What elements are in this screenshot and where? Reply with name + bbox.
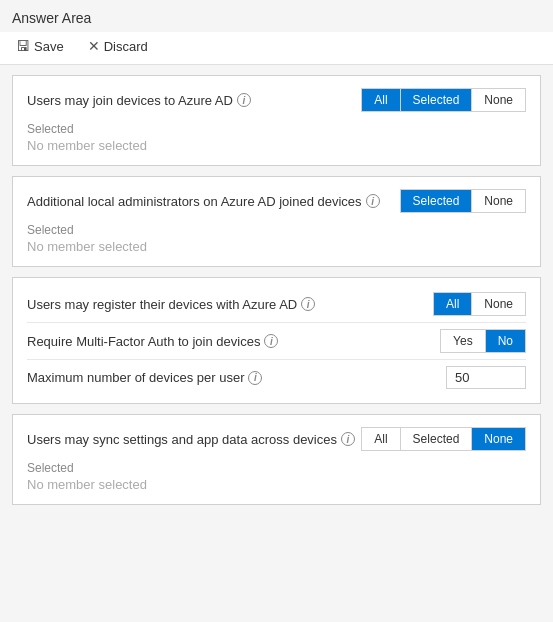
max-devices-row: Maximum number of devices per user i: [27, 359, 526, 395]
mfa-label: Require Multi-Factor Auth to join device…: [27, 334, 278, 349]
join-devices-card: Users may join devices to Azure AD i All…: [12, 75, 541, 166]
mfa-btn-group: Yes No: [440, 329, 526, 353]
sync-settings-btn-selected[interactable]: Selected: [401, 428, 473, 450]
register-devices-btn-all[interactable]: All: [434, 293, 472, 315]
join-devices-label: Users may join devices to Azure AD i: [27, 93, 251, 108]
discard-button[interactable]: ✕ Discard: [84, 36, 152, 56]
join-devices-row: Users may join devices to Azure AD i All…: [27, 88, 526, 112]
page-title: Answer Area: [0, 0, 553, 32]
local-admins-selected-label: Selected: [27, 223, 526, 237]
local-admins-info-icon: i: [366, 194, 380, 208]
sync-settings-btn-group: All Selected None: [361, 427, 526, 451]
local-admins-btn-selected[interactable]: Selected: [401, 190, 473, 212]
local-admins-label: Additional local administrators on Azure…: [27, 194, 380, 209]
join-devices-selected-section: Selected No member selected: [27, 122, 526, 153]
max-devices-label: Maximum number of devices per user i: [27, 370, 262, 385]
sync-settings-btn-none[interactable]: None: [472, 428, 525, 450]
mfa-btn-yes[interactable]: Yes: [441, 330, 486, 352]
sync-settings-info-icon: i: [341, 432, 355, 446]
local-admins-selected-section: Selected No member selected: [27, 223, 526, 254]
max-devices-info-icon: i: [248, 371, 262, 385]
discard-label: Discard: [104, 39, 148, 54]
local-admins-row: Additional local administrators on Azure…: [27, 189, 526, 213]
join-devices-btn-all[interactable]: All: [362, 89, 400, 111]
discard-icon: ✕: [88, 38, 100, 54]
max-devices-input[interactable]: [446, 366, 526, 389]
save-button[interactable]: 🖫 Save: [12, 36, 68, 56]
register-devices-btn-none[interactable]: None: [472, 293, 525, 315]
sync-settings-btn-all[interactable]: All: [362, 428, 400, 450]
register-section-card: Users may register their devices with Az…: [12, 277, 541, 404]
join-devices-btn-none[interactable]: None: [472, 89, 525, 111]
mfa-row: Require Multi-Factor Auth to join device…: [27, 322, 526, 359]
save-icon: 🖫: [16, 38, 30, 54]
mfa-info-icon: i: [264, 334, 278, 348]
sync-settings-no-member: No member selected: [27, 477, 526, 492]
local-admins-card: Additional local administrators on Azure…: [12, 176, 541, 267]
toolbar: 🖫 Save ✕ Discard: [0, 32, 553, 65]
join-devices-btn-group: All Selected None: [361, 88, 526, 112]
register-devices-row: Users may register their devices with Az…: [27, 286, 526, 322]
local-admins-btn-none[interactable]: None: [472, 190, 525, 212]
local-admins-no-member: No member selected: [27, 239, 526, 254]
join-devices-no-member: No member selected: [27, 138, 526, 153]
join-devices-selected-label: Selected: [27, 122, 526, 136]
local-admins-btn-group: Selected None: [400, 189, 526, 213]
sync-settings-label: Users may sync settings and app data acr…: [27, 432, 355, 447]
save-label: Save: [34, 39, 64, 54]
sync-settings-card: Users may sync settings and app data acr…: [12, 414, 541, 505]
register-section-rows: Users may register their devices with Az…: [13, 278, 540, 403]
register-devices-info-icon: i: [301, 297, 315, 311]
sync-settings-selected-section: Selected No member selected: [27, 461, 526, 492]
register-devices-btn-group: All None: [433, 292, 526, 316]
register-devices-label: Users may register their devices with Az…: [27, 297, 315, 312]
sync-settings-row: Users may sync settings and app data acr…: [27, 427, 526, 451]
content-area: Users may join devices to Azure AD i All…: [0, 65, 553, 515]
mfa-btn-no[interactable]: No: [486, 330, 525, 352]
join-devices-info-icon: i: [237, 93, 251, 107]
sync-settings-selected-label: Selected: [27, 461, 526, 475]
join-devices-btn-selected[interactable]: Selected: [401, 89, 473, 111]
